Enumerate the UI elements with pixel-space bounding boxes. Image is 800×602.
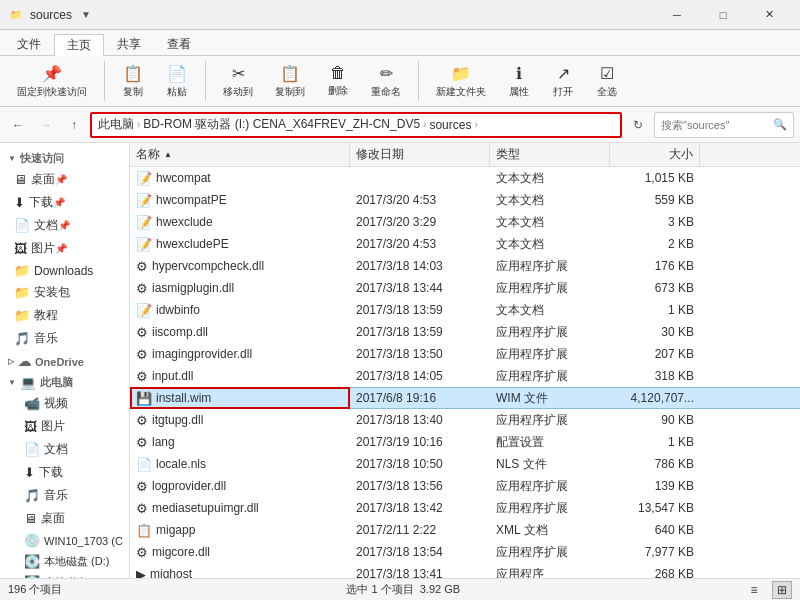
close-button[interactable]: ✕ xyxy=(746,0,792,30)
sidebar-item-install-folder[interactable]: 📁 安装包 xyxy=(0,281,129,304)
table-row[interactable]: ⚙ logprovider.dll 2017/3/18 13:56 应用程序扩展… xyxy=(130,475,800,497)
sidebar-item-desktop2[interactable]: 🖥桌面 xyxy=(0,507,129,530)
search-icon[interactable]: 🔍 xyxy=(773,118,787,131)
tab-home[interactable]: 主页 xyxy=(54,34,104,56)
rename-icon: ✏ xyxy=(380,64,393,83)
file-date: 2017/3/18 14:03 xyxy=(350,255,490,277)
sidebar-item-pictures[interactable]: 🖼 图片 📌 xyxy=(0,237,129,260)
table-row[interactable]: ⚙ input.dll 2017/3/18 14:05 应用程序扩展 318 K… xyxy=(130,365,800,387)
navigation-bar: ← → ↑ 此电脑 › BD-ROM 驱动器 (I:) CENA_X64FREV… xyxy=(0,107,800,143)
file-name: ⚙ iasmigplugin.dll xyxy=(130,277,350,299)
delete-btn[interactable]: 🗑 删除 xyxy=(318,59,358,103)
file-icon: 📋 xyxy=(136,523,152,538)
sidebar-item-music[interactable]: 🎵 音乐 xyxy=(0,327,129,350)
table-row[interactable]: 📝 hwcompatPE 2017/3/20 4:53 文本文档 559 KB xyxy=(130,189,800,211)
sidebar-section-onedrive[interactable]: ▷ ☁ OneDrive xyxy=(0,350,129,371)
folder-icon: 📁 xyxy=(8,7,24,23)
table-row[interactable]: 📝 hwexcludePE 2017/3/20 4:53 文本文档 2 KB xyxy=(130,233,800,255)
file-size: 1 KB xyxy=(610,431,700,453)
file-icon: 📄 xyxy=(136,457,152,472)
sidebar-item-desktop[interactable]: 🖥 桌面 📌 xyxy=(0,168,129,191)
copy-to-btn[interactable]: 📋 复制到 xyxy=(266,59,314,104)
table-row[interactable]: ⚙ migcore.dll 2017/3/18 13:54 应用程序扩展 7,9… xyxy=(130,541,800,563)
table-row[interactable]: ▶ mighost 2017/3/18 13:41 应用程序 268 KB xyxy=(130,563,800,578)
selected-info: 选中 1 个项目 3.92 GB xyxy=(346,582,460,597)
pin-icon: 📌 xyxy=(55,174,67,186)
file-type: 文本文档 xyxy=(490,299,610,321)
col-header-type[interactable]: 类型 xyxy=(490,143,610,167)
col-header-size[interactable]: 大小 xyxy=(610,143,700,167)
address-bar[interactable]: 此电脑 › BD-ROM 驱动器 (I:) CENA_X64FREV_ZH-CN… xyxy=(90,112,622,138)
table-row[interactable]: ⚙ lang 2017/3/19 10:16 配置设置 1 KB xyxy=(130,431,800,453)
refresh-button[interactable]: ↻ xyxy=(626,113,650,137)
properties-btn[interactable]: ℹ 属性 xyxy=(499,59,539,104)
sidebar-item-videos[interactable]: 📹视频 xyxy=(0,392,129,415)
ribbon-separator-3 xyxy=(418,61,419,101)
file-type: XML 文档 xyxy=(490,519,610,541)
sidebar-item-pics[interactable]: 🖼图片 xyxy=(0,415,129,438)
sidebar-item-downloads[interactable]: ⬇ 下载 📌 xyxy=(0,191,129,214)
file-icon: ⚙ xyxy=(136,479,148,494)
table-row[interactable]: 📝 hwexclude 2017/3/20 3:29 文本文档 3 KB xyxy=(130,211,800,233)
file-type: 应用程序扩展 xyxy=(490,365,610,387)
file-date: 2017/3/20 3:29 xyxy=(350,211,490,233)
col-header-date[interactable]: 修改日期 xyxy=(350,143,490,167)
table-row[interactable]: 📝 hwcompat 文本文档 1,015 KB xyxy=(130,167,800,189)
sidebar-item-dl-folder[interactable]: 📁 Downloads xyxy=(0,260,129,281)
rename-btn[interactable]: ✏ 重命名 xyxy=(362,59,410,104)
quick-access-arrow[interactable]: ▼ xyxy=(78,7,94,23)
file-icon: ▶ xyxy=(136,567,146,579)
tab-share[interactable]: 共享 xyxy=(104,33,154,55)
detail-view-btn[interactable]: ⊞ xyxy=(772,581,792,599)
sidebar-section-this-pc[interactable]: ▼ 💻 此电脑 xyxy=(0,371,129,392)
address-drive[interactable]: BD-ROM 驱动器 (I:) CENA_X64FREV_ZH-CN_DV5 xyxy=(143,116,420,133)
minimize-button[interactable]: ─ xyxy=(654,0,700,30)
file-name: ⚙ migcore.dll xyxy=(130,541,350,563)
table-row[interactable]: 💾 install.wim 2017/6/8 19:16 WIM 文件 4,12… xyxy=(130,387,800,409)
table-row[interactable]: 📝 idwbinfo 2017/3/18 13:59 文本文档 1 KB xyxy=(130,299,800,321)
up-button[interactable]: ↑ xyxy=(62,113,86,137)
paste-btn[interactable]: 📄 粘贴 xyxy=(157,59,197,104)
table-row[interactable]: ⚙ iasmigplugin.dll 2017/3/18 13:44 应用程序扩… xyxy=(130,277,800,299)
sidebar-item-music2[interactable]: 🎵音乐 xyxy=(0,484,129,507)
sidebar-item-documents[interactable]: 📄 文档 📌 xyxy=(0,214,129,237)
forward-button[interactable]: → xyxy=(34,113,58,137)
copy-btn[interactable]: 📋 复制 xyxy=(113,59,153,104)
table-row[interactable]: ⚙ mediasetupuimgr.dll 2017/3/18 13:42 应用… xyxy=(130,497,800,519)
pin-quick-access-btn[interactable]: 📌 固定到快速访问 xyxy=(8,59,96,104)
address-computer[interactable]: 此电脑 xyxy=(98,116,134,133)
file-date: 2017/3/18 13:44 xyxy=(350,277,490,299)
table-row[interactable]: ⚙ hypervcompcheck.dll 2017/3/18 14:03 应用… xyxy=(130,255,800,277)
pin-icon: 📌 xyxy=(53,197,65,209)
file-name: ⚙ logprovider.dll xyxy=(130,475,350,497)
sidebar-item-d-drive[interactable]: 💽本地磁盘 (D:) xyxy=(0,551,129,572)
list-view-btn[interactable]: ≡ xyxy=(744,581,764,599)
address-folder[interactable]: sources xyxy=(429,118,471,132)
sidebar-item-tutorial[interactable]: 📁 教程 xyxy=(0,304,129,327)
file-size: 207 KB xyxy=(610,343,700,365)
table-row[interactable]: ⚙ iiscomp.dll 2017/3/18 13:59 应用程序扩展 30 … xyxy=(130,321,800,343)
select-all-btn[interactable]: ☑ 全选 xyxy=(587,59,627,104)
table-row[interactable]: 📋 migapp 2017/2/11 2:22 XML 文档 640 KB xyxy=(130,519,800,541)
file-type: 配置设置 xyxy=(490,431,610,453)
search-input[interactable] xyxy=(661,119,769,131)
sidebar-section-quick-access[interactable]: ▼ 快速访问 xyxy=(0,147,129,168)
open-btn[interactable]: ↗ 打开 xyxy=(543,59,583,104)
table-row[interactable]: 📄 locale.nls 2017/3/18 10:50 NLS 文件 786 … xyxy=(130,453,800,475)
sidebar-item-docs[interactable]: 📄文档 xyxy=(0,438,129,461)
new-folder-btn[interactable]: 📁 新建文件夹 xyxy=(427,59,495,104)
table-row[interactable]: ⚙ itgtupg.dll 2017/3/18 13:40 应用程序扩展 90 … xyxy=(130,409,800,431)
move-to-btn[interactable]: ✂ 移动到 xyxy=(214,59,262,104)
table-row[interactable]: ⚙ imagingprovider.dll 2017/3/18 13:50 应用… xyxy=(130,343,800,365)
back-button[interactable]: ← xyxy=(6,113,30,137)
col-header-name[interactable]: 名称 ▲ xyxy=(130,143,350,167)
sidebar-item-c-drive[interactable]: 💿WIN10_1703 (C xyxy=(0,530,129,551)
sidebar-item-dl2[interactable]: ⬇下载 xyxy=(0,461,129,484)
file-type: 应用程序扩展 xyxy=(490,255,610,277)
maximize-button[interactable]: □ xyxy=(700,0,746,30)
tab-view[interactable]: 查看 xyxy=(154,33,204,55)
sidebar-item-e-drive[interactable]: 💽本地磁盘 (E:) xyxy=(0,572,129,578)
file-icon: ⚙ xyxy=(136,259,148,274)
tab-file[interactable]: 文件 xyxy=(4,33,54,55)
ribbon-separator-2 xyxy=(205,61,206,101)
